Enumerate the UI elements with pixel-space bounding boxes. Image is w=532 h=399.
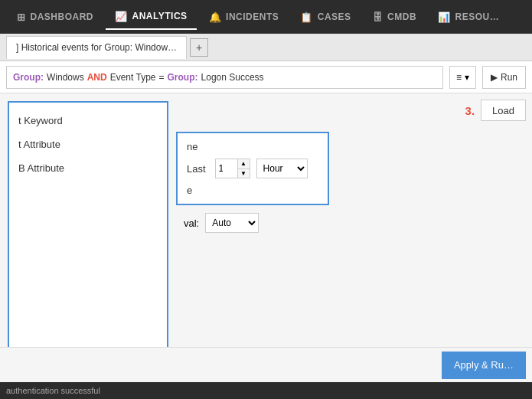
nav-analytics[interactable]: 📈 ANALYTICS [106,5,197,30]
last-label: Last [187,163,206,175]
run-icon: ▶ [491,72,498,83]
last-value-row: Last ▲ ▼ Minute Hour Day Week [187,159,318,178]
time-label: ne [187,141,197,152]
status-bar: authentication successful [0,382,532,399]
query-group2-label: Group: [168,72,198,83]
cases-icon: 📋 [300,11,313,23]
other-label-row: e [187,185,318,196]
panel-items: t Keyword t Attribute B Attribute [9,103,167,186]
time-value-input[interactable] [216,159,237,178]
incidents-icon: 🔔 [209,11,222,23]
query-display[interactable]: Group: Windows AND Event Type = Group: L… [6,66,443,89]
other-label: e [187,185,192,196]
config-panel: ne Last ▲ ▼ Minute Hour Da [176,101,524,361]
query-bar: Group: Windows AND Event Type = Group: L… [0,61,532,93]
resources-icon: 📊 [438,11,451,23]
list-button[interactable]: ≡ ▾ [449,66,476,89]
nav-cmdb[interactable]: 🗄 CMDB [364,5,426,29]
nav-cases[interactable]: 📋 CASES [291,5,360,29]
load-button[interactable]: Load [481,100,526,121]
run-button[interactable]: ▶ Run [482,66,526,89]
spinner-container: ▲ ▼ [215,159,250,178]
step-number: 3. [465,104,475,117]
spinner-up-button[interactable]: ▲ [238,159,250,169]
query-group-value: Windows [47,72,84,83]
spinner-buttons: ▲ ▼ [237,159,250,178]
left-panel: t Keyword t Attribute B Attribute [8,101,168,361]
analytics-icon: 📈 [115,11,128,22]
time-unit-select[interactable]: Minute Hour Day Week [256,159,308,178]
nav-dashboard[interactable]: ⊞ DASHBOARD [8,5,103,29]
bottom-bar: Apply & Ru… [0,347,532,382]
query-event-type: Event Type [110,72,156,83]
tab-historical-events[interactable]: ] Historical events for Group: Window… [6,36,187,59]
main-content: 3. Load t Keyword t Attribute B Attribut… [0,93,532,369]
panel-item-attribute1[interactable]: t Attribute [9,132,167,156]
interval-label: val: [184,217,199,229]
spinner-down-button[interactable]: ▼ [238,169,250,178]
query-and: AND [87,72,107,83]
query-group-label: Group: [13,72,44,83]
time-config-box: ne Last ▲ ▼ Minute Hour Da [176,132,329,205]
status-auth: authentication successful [6,386,100,395]
interval-select[interactable]: Auto 1 min 5 min 15 min 1 hour [205,213,259,233]
nav-resources[interactable]: 📊 RESOU… [429,5,508,29]
load-area: 3. Load [465,100,526,121]
apply-run-button[interactable]: Apply & Ru… [442,352,526,379]
nav-incidents[interactable]: 🔔 INCIDENTS [200,5,289,29]
time-label-row: ne [187,141,318,152]
query-equals: = [159,72,165,83]
panel-item-keyword[interactable]: t Keyword [9,109,167,132]
dropdown-arrow: ▾ [465,72,469,83]
cmdb-icon: 🗄 [373,11,383,23]
dashboard-icon: ⊞ [17,11,26,23]
query-logon-value: Logon Success [201,72,264,83]
panel-item-attribute2[interactable]: B Attribute [9,156,167,180]
tab-bar: ] Historical events for Group: Window… + [0,34,532,61]
top-navigation: ⊞ DASHBOARD 📈 ANALYTICS 🔔 INCIDENTS 📋 CA… [0,0,532,34]
list-icon: ≡ [456,72,462,83]
tab-add-button[interactable]: + [190,38,208,57]
interval-row: val: Auto 1 min 5 min 15 min 1 hour [184,213,524,233]
